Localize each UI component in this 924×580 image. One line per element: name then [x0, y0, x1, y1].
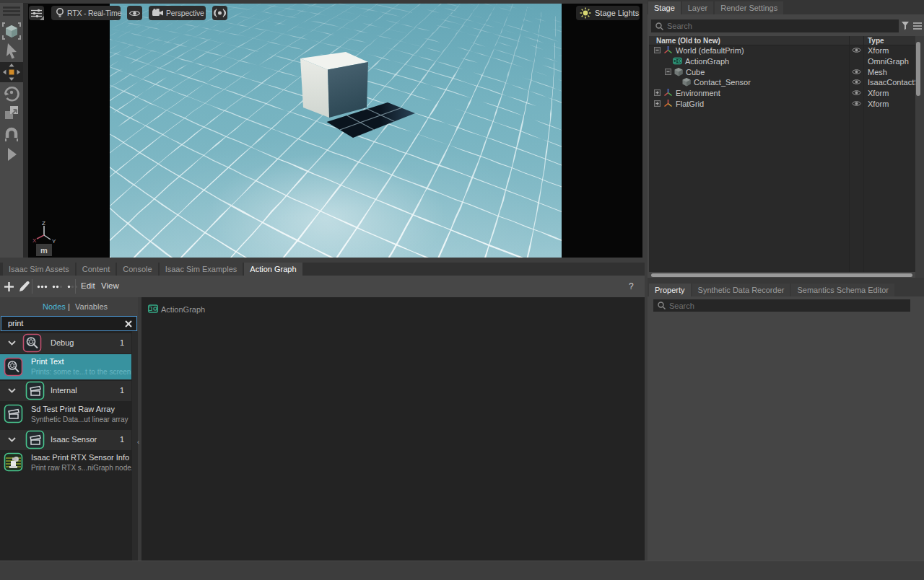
- svg-text:Y: Y: [52, 238, 56, 244]
- svg-text:X: X: [32, 237, 37, 244]
- svg-text:Z: Z: [42, 221, 45, 227]
